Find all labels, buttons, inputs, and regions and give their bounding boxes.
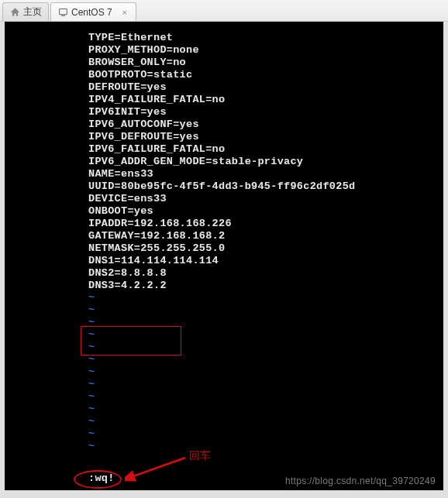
config-line: IPV6_ADDR_GEN_MODE=stable-privacy: [5, 156, 443, 168]
config-line: TYPE=Ethernet: [5, 32, 443, 44]
svg-rect-0: [59, 9, 67, 14]
close-icon[interactable]: ×: [120, 8, 129, 17]
tab-home[interactable]: 主页: [2, 2, 49, 21]
config-line: DNS1=114.114.114.114: [5, 255, 443, 267]
config-line: NETMASK=255.255.255.0: [5, 242, 443, 255]
config-line: DNS2=8.8.8.8: [5, 267, 443, 280]
tilde-line: ~: [5, 354, 443, 366]
tilde-lines: ~~~~~~~~~~~~~: [5, 292, 443, 453]
config-line: DNS3=4.2.2.2: [5, 280, 443, 292]
tilde-line: ~: [5, 428, 443, 441]
tilde-line: ~: [5, 292, 443, 304]
config-line: IPV4_FAILURE_FATAL=no: [5, 94, 443, 106]
annotation-enter: 回车: [189, 449, 212, 462]
tab-centos[interactable]: CentOS 7 ×: [50, 2, 136, 21]
tilde-line: ~: [5, 366, 443, 379]
config-line: DEVICE=ens33: [5, 193, 443, 205]
tab-centos-label: CentOS 7: [71, 7, 112, 18]
tilde-line: ~: [5, 317, 443, 329]
svg-line-2: [131, 458, 185, 477]
tilde-line: ~: [5, 379, 443, 391]
watermark: https://blog.csdn.net/qq_39720249: [285, 475, 436, 487]
config-line: IPV6_FAILURE_FATAL=no: [5, 143, 443, 156]
config-line: UUID=80be95fc-4f5f-4dd3-b945-ff96c2df025…: [5, 180, 443, 193]
terminal[interactable]: TYPE=EthernetPROXY_METHOD=noneBROWSER_ON…: [5, 22, 443, 490]
config-line: BROWSER_ONLY=no: [5, 57, 443, 69]
vim-command: :wq!: [88, 472, 115, 485]
home-icon: [9, 7, 20, 18]
config-line: DEFROUTE=yes: [5, 81, 443, 94]
tilde-line: ~: [5, 304, 443, 317]
config-line: IPV6INIT=yes: [5, 106, 443, 118]
tilde-line: ~: [5, 329, 443, 342]
svg-rect-1: [61, 15, 65, 16]
tilde-line: ~: [5, 441, 443, 453]
tabs-bar: 主页 CentOS 7 ×: [0, 0, 448, 22]
tilde-line: ~: [5, 391, 443, 404]
tilde-line: ~: [5, 416, 443, 428]
config-line: GATEWAY=192.168.168.2: [5, 230, 443, 242]
config-line: BOOTPROTO=static: [5, 69, 443, 81]
tilde-line: ~: [5, 342, 443, 354]
config-line: NAME=ens33: [5, 168, 443, 180]
config-line: ONBOOT=yes: [5, 205, 443, 218]
config-content: TYPE=EthernetPROXY_METHOD=noneBROWSER_ON…: [5, 32, 443, 292]
tilde-line: ~: [5, 404, 443, 416]
config-line: PROXY_METHOD=none: [5, 44, 443, 57]
config-line: IPV6_AUTOCONF=yes: [5, 118, 443, 131]
config-line: IPV6_DEFROUTE=yes: [5, 131, 443, 143]
tab-home-label: 主页: [23, 5, 42, 19]
config-line: IPADDR=192.168.168.226: [5, 218, 443, 230]
vm-icon: [57, 7, 68, 18]
arrow-annotation: [125, 452, 195, 483]
